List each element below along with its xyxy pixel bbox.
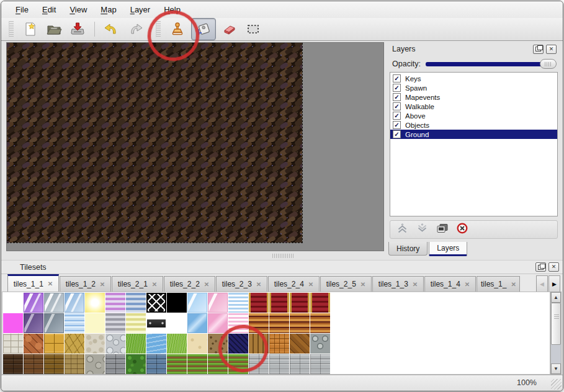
delete-layer-button[interactable] (457, 223, 468, 236)
palette-tile-curtain-red[interactable] (310, 293, 330, 313)
tileset-tab-tiles_1_3[interactable]: tiles_1_3✕ (372, 276, 424, 292)
dock-tab-layers[interactable]: Layers (429, 242, 467, 256)
palette-tile-brick-light[interactable] (310, 354, 330, 374)
tilesets-close-button[interactable]: ✕ (548, 262, 559, 272)
palette-scrollbar[interactable]: ▲ ▼ (550, 292, 562, 375)
tab-close-icon[interactable]: ✕ (413, 281, 418, 288)
palette-tile-curtain-red[interactable] (249, 293, 269, 313)
layer-row-mapevents[interactable]: ✓Mapevents (390, 92, 557, 102)
palette-tile-curtain-red[interactable] (269, 293, 289, 313)
palette-tile-brick-light[interactable] (290, 354, 310, 374)
palette-tile-glass-gray[interactable] (44, 293, 64, 313)
layer-visibility-checkbox[interactable]: ✓ (393, 74, 401, 82)
tab-scroll-right-button[interactable]: ▶ (548, 275, 560, 293)
scroll-down-button[interactable]: ▼ (551, 363, 561, 374)
palette-tile-glass-slate[interactable] (44, 313, 64, 333)
palette-tile-brick-gray[interactable] (105, 354, 125, 374)
save-button[interactable] (68, 19, 87, 39)
opacity-slider-track[interactable] (426, 62, 555, 66)
palette-tile-glass-blue[interactable] (65, 293, 84, 313)
scrollbar-thumb[interactable] (551, 303, 561, 345)
resize-grip[interactable] (551, 379, 562, 390)
palette-tile-weave-orange[interactable] (269, 334, 289, 354)
palette-tile-pebbles-light[interactable] (85, 334, 105, 354)
palette-tile-stones-gray[interactable] (105, 334, 125, 354)
palette-tile-grass[interactable] (126, 334, 146, 354)
palette-tile-field-rows[interactable] (167, 354, 187, 374)
palette-tile-stone-blocks[interactable] (3, 334, 23, 354)
eraser-tool-button[interactable] (220, 19, 239, 39)
palette-tile-stripe-pink[interactable] (105, 293, 125, 313)
palette-tile-water[interactable] (146, 334, 166, 354)
tab-close-icon[interactable]: ✕ (465, 281, 470, 288)
tileset-tab-tiles_1_1[interactable]: tiles_1_1✕ (7, 274, 59, 292)
palette-tile-sand[interactable] (187, 334, 207, 354)
palette-tile-magenta[interactable] (3, 313, 23, 333)
palette-tile-pane-blue[interactable] (187, 313, 207, 333)
tab-close-icon[interactable]: ✕ (511, 281, 516, 288)
menu-file[interactable]: File (9, 2, 35, 17)
menu-view[interactable]: View (63, 2, 94, 17)
palette-tile-stripe-gray[interactable] (105, 313, 125, 333)
palette-tile-field-rows[interactable] (187, 354, 207, 374)
menu-map[interactable]: Map (94, 2, 123, 17)
tilesets-float-button[interactable] (535, 262, 546, 272)
palette-tile-pale-yellow[interactable] (85, 313, 105, 333)
duplicate-layer-button[interactable] (436, 223, 449, 236)
menu-layer[interactable]: Layer (123, 2, 158, 17)
palette-tile-awning-orange[interactable] (310, 313, 330, 333)
palette-tile-brick-darkbrown[interactable] (3, 354, 23, 374)
layer-visibility-checkbox[interactable]: ✓ (393, 93, 401, 101)
tab-close-icon[interactable]: ✕ (308, 281, 313, 288)
tileset-tab-tiles_2_5[interactable]: tiles_2_5✕ (320, 276, 372, 292)
layers-float-button[interactable] (533, 45, 544, 54)
palette-tile-curtain-red[interactable] (290, 293, 310, 313)
palette-tile-lattice[interactable] (146, 293, 166, 313)
palette-tile-water-ripple[interactable] (65, 313, 84, 333)
palette-tile-glass-purple[interactable] (24, 293, 43, 313)
palette-tile-black[interactable] (167, 293, 187, 313)
tab-close-icon[interactable]: ✕ (204, 281, 209, 288)
palette-tile-awning-orange[interactable] (290, 313, 310, 333)
open-file-button[interactable] (44, 19, 64, 39)
layer-row-above[interactable]: ✓Above (390, 111, 557, 120)
layer-row-keys[interactable]: ✓Keys (390, 74, 557, 83)
layer-row-objects[interactable]: ✓Objects (390, 120, 557, 130)
palette-tile-stripe-bluewhite[interactable] (228, 293, 248, 313)
palette-tile-logs-gray[interactable] (310, 334, 330, 354)
palette-tile-glass-skyblue[interactable] (187, 293, 207, 313)
tileset-tab-tiles_1_2[interactable]: tiles_1_2✕ (60, 276, 111, 292)
palette-tile-brick-light[interactable] (269, 354, 289, 374)
scroll-up-button[interactable]: ▲ (551, 292, 561, 303)
redo-button[interactable] (125, 19, 145, 39)
tileset-tab-tiles_2_3[interactable]: tiles_2_3✕ (216, 276, 267, 292)
tileset-tab-tiles_2_1[interactable]: tiles_2_1✕ (112, 276, 163, 292)
palette-tile-grass-bright[interactable] (167, 334, 187, 354)
layer-visibility-checkbox[interactable]: ✓ (393, 84, 401, 92)
tab-close-icon[interactable]: ✕ (100, 281, 105, 288)
palette-tile-stripe-yellow[interactable] (126, 313, 146, 333)
dock-tab-history[interactable]: History (388, 242, 427, 256)
palette-tile-cobble-orange[interactable] (24, 334, 43, 354)
tab-close-icon[interactable]: ✕ (256, 281, 261, 288)
layers-close-button[interactable]: ✕ (546, 45, 557, 54)
palette-tile-stripe-blue[interactable] (126, 293, 146, 313)
splitter-handle[interactable] (272, 254, 295, 258)
palette-tile-brick-brown[interactable] (24, 354, 43, 374)
palette-tile-brick-blue[interactable] (146, 354, 166, 374)
tab-scroll-left-button[interactable]: ◀ (536, 275, 548, 293)
palette-tile-herringbone[interactable] (290, 334, 310, 354)
layer-visibility-checkbox[interactable]: ✓ (393, 130, 401, 138)
layer-visibility-checkbox[interactable]: ✓ (393, 121, 401, 129)
layer-row-spawn[interactable]: ✓Spawn (390, 83, 557, 92)
rect-select-tool-button[interactable] (243, 19, 263, 39)
palette-tile-brick-gold[interactable] (44, 354, 64, 374)
tileset-tab-tiles_1_[interactable]: tiles_1_✕ (477, 276, 520, 292)
opacity-slider[interactable] (426, 59, 557, 69)
undo-button[interactable] (102, 19, 122, 39)
map-canvas[interactable] (6, 42, 384, 251)
map-ground-tiles[interactable] (7, 43, 303, 243)
tab-close-icon[interactable]: ✕ (48, 280, 53, 287)
toolbar-drag-handle[interactable] (9, 21, 14, 37)
palette-tile-hedge[interactable] (126, 354, 146, 374)
